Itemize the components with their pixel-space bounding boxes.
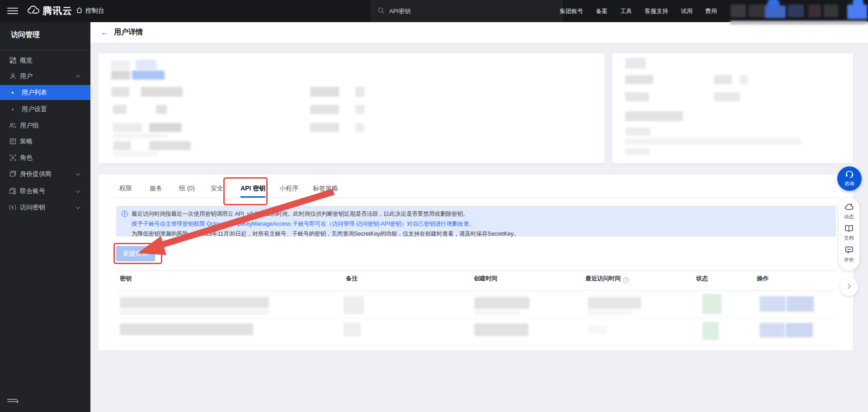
tab-services[interactable]: 服务 <box>150 179 162 198</box>
tab-divider <box>115 198 837 198</box>
brand-logo[interactable]: 腾讯云 <box>27 5 72 17</box>
chevron-down-icon <box>76 171 80 175</box>
headset-icon <box>845 170 854 180</box>
sidebar-item-roles[interactable]: 角色 <box>0 150 90 166</box>
col-header-note: 备注 <box>346 275 358 283</box>
book-icon <box>844 225 854 234</box>
tab-api-keys[interactable]: API 密钥 <box>241 179 265 198</box>
hamburger-menu-icon[interactable] <box>7 6 18 16</box>
row-divider <box>116 345 836 345</box>
tencent-cloud-console: 腾讯云 控制台 API密钥 集团账号 备案 工具 客服支持 试用 费用 <box>0 0 868 412</box>
consult-button[interactable]: 咨询 <box>837 166 862 191</box>
top-navbar: 腾讯云 控制台 API密钥 集团账号 备案 工具 客服支持 试用 费用 <box>0 0 868 22</box>
tab-security[interactable]: 安全 <box>211 179 223 198</box>
chevron-down-icon <box>76 188 80 193</box>
row-divider <box>116 318 836 318</box>
bullet-icon <box>12 92 14 94</box>
col-header-last-access: 最近访问时间i <box>585 275 629 283</box>
chevron-up-icon <box>76 75 80 79</box>
user-group-icon <box>9 122 16 129</box>
sidebar-item-user-settings[interactable]: 用户设置 <box>0 101 90 117</box>
sidebar: 访问管理 概览 用户 用户列表 用户设置 用户组 策略 <box>0 22 90 412</box>
feedback-button[interactable]: 评价 <box>839 244 859 265</box>
federated-account-icon <box>9 188 16 195</box>
bullet-icon <box>12 109 14 110</box>
home-icon <box>76 7 83 15</box>
access-key-icon <box>9 204 16 211</box>
banner-line-3: 为降低密钥泄漏的风险，自2023年11月30日起，对所有主账号、子账号的密钥，关… <box>132 229 830 239</box>
brand-name: 腾讯云 <box>42 5 72 17</box>
console-link[interactable]: 控制台 <box>76 7 104 15</box>
cloud-logo-icon <box>27 5 40 17</box>
nav-item-group-account[interactable]: 集团账号 <box>560 7 583 15</box>
sidebar-item-identity-providers[interactable]: 身份提供商 <box>0 166 90 182</box>
nav-item-tools[interactable]: 工具 <box>620 7 632 15</box>
info-icon[interactable]: i <box>623 277 629 283</box>
tab-groups[interactable]: 组 (0) <box>179 179 195 198</box>
account-area-redacted <box>728 0 868 25</box>
sidebar-collapse-button[interactable] <box>7 398 17 406</box>
col-header-actions: 操作 <box>757 275 769 283</box>
table-top-border <box>116 270 836 271</box>
sidebar-item-federated-accounts[interactable]: 联合账号 <box>0 183 90 199</box>
search-icon <box>377 7 385 16</box>
chevron-down-icon <box>76 204 80 209</box>
tab-tag-policy[interactable]: 标签策略 <box>313 179 338 198</box>
sidebar-item-policies[interactable]: 策略 <box>0 133 90 149</box>
global-search[interactable]: API密钥 <box>371 0 562 22</box>
col-header-key: 密钥 <box>120 275 132 283</box>
col-header-created: 创建时间 <box>474 275 497 283</box>
sidebar-title: 访问管理 <box>11 30 40 40</box>
chevron-right-icon <box>845 284 850 289</box>
banner-line-1: 最近访问时间指最近一次使用密钥调用云 API_v3.0 接口的时间。此时间仅供判… <box>132 209 830 219</box>
navbar-menu: 集团账号 备案 工具 客服支持 试用 费用 <box>560 0 717 22</box>
cloud-update-icon <box>844 203 854 213</box>
sidebar-item-user-groups[interactable]: 用户组 <box>0 118 90 133</box>
table-header-border <box>116 290 836 291</box>
tab-mini-program[interactable]: 小程序 <box>279 179 298 198</box>
nav-item-support[interactable]: 客服支持 <box>645 7 668 15</box>
sidebar-item-overview[interactable]: 概览 <box>0 52 90 68</box>
sidebar-item-user-list[interactable]: 用户列表 <box>0 85 90 100</box>
user-info-card <box>99 53 604 163</box>
nav-item-icp[interactable]: 备案 <box>596 7 608 15</box>
nav-item-trial[interactable]: 试用 <box>681 7 693 15</box>
tab-bar: 权限 服务 组 (0) 安全 API 密钥 小程序 标签策略 <box>99 179 853 198</box>
chat-feedback-icon <box>845 246 854 256</box>
docs-button[interactable]: 文档 <box>839 223 859 244</box>
sidebar-item-users[interactable]: 用户 <box>0 68 90 84</box>
page-title: 用户详情 <box>114 28 143 37</box>
sidebar-divider <box>0 50 90 51</box>
detail-content-card: 权限 服务 组 (0) 安全 API 密钥 小程序 标签策略 i 最近访问时间指… <box>99 175 853 350</box>
create-key-button[interactable]: 新建密钥 <box>116 246 155 261</box>
user-icon <box>9 73 16 80</box>
col-header-status: 状态 <box>696 275 708 283</box>
nav-item-billing[interactable]: 费用 <box>705 7 717 15</box>
policy-icon <box>9 138 16 145</box>
grid-icon <box>9 57 16 64</box>
sidebar-item-access-keys[interactable]: 访问密钥 <box>0 199 90 215</box>
floating-toolbar: 动态 文档 评价 <box>839 198 859 270</box>
back-arrow-icon[interactable]: ← <box>100 28 109 37</box>
identity-provider-icon <box>9 170 16 178</box>
updates-button[interactable]: 动态 <box>839 201 859 223</box>
search-query: API密钥 <box>389 7 410 15</box>
tab-permissions[interactable]: 权限 <box>119 179 132 198</box>
consult-label: 咨询 <box>844 180 854 187</box>
toolbar-expand-button[interactable] <box>840 278 858 296</box>
info-icon: i <box>122 211 128 217</box>
role-icon <box>9 154 16 161</box>
info-banner: i 最近访问时间指最近一次使用密钥调用云 API_v3.0 接口的时间。此时间仅… <box>116 206 836 237</box>
security-info-card <box>613 53 853 163</box>
banner-line-2-link[interactable]: 授予子账号自主管理密钥权限 QcloudCollApiKeyManageAcce… <box>132 219 830 229</box>
